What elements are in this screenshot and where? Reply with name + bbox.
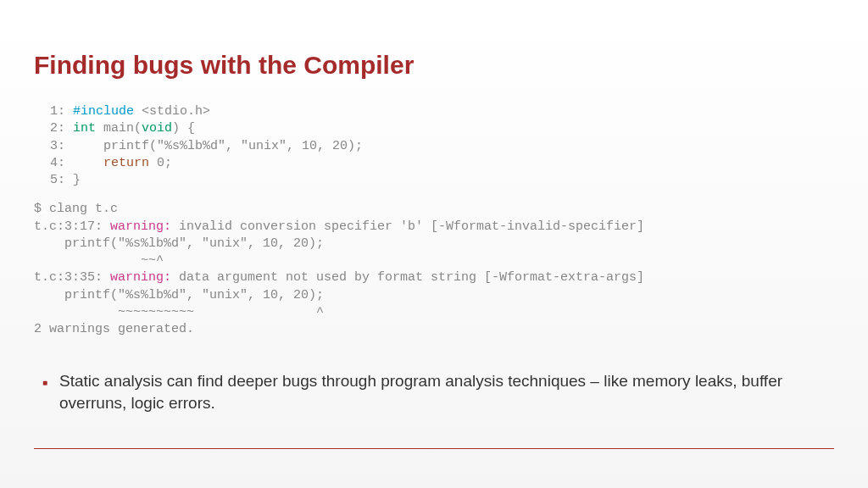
compiler-output-block: $ clang t.c t.c:3:17: warning: invalid c… [34,201,834,338]
bullet-text: Static analysis can find deeper bugs thr… [59,370,834,413]
line-2: 2: int main(void) { [42,121,195,136]
warning-2-caret: ~~~~~~~~~~ ^ [34,305,324,319]
warning-2-header: t.c:3:35: warning: data argument not use… [34,270,644,285]
warning-1-caret: ~~^ [34,253,164,268]
warning-1-header: t.c:3:17: warning: invalid conversion sp… [34,219,644,234]
line-4: 4: return 0; [42,156,172,170]
page-title: Finding bugs with the Compiler [34,51,834,80]
bullet-marker-icon: ■ [42,377,47,389]
footer-divider [34,448,834,449]
warning-summary: 2 warnings generated. [34,322,194,336]
shell-command: $ clang t.c [34,202,118,216]
warning-1-code: printf("%s%lb%d", "unix", 10, 20); [34,236,324,251]
line-1: 1: #include <stdio.h> [42,104,210,119]
bullet-list: ■ Static analysis can find deeper bugs t… [42,370,834,413]
source-code-block: 1: #include <stdio.h> 2: int main(void) … [42,103,834,189]
warning-2-code: printf("%s%lb%d", "unix", 10, 20); [34,288,324,302]
line-5: 5: } [42,173,81,187]
bullet-item: ■ Static analysis can find deeper bugs t… [42,370,834,413]
line-3: 3: printf("%s%lb%d", "unix", 10, 20); [42,139,363,153]
